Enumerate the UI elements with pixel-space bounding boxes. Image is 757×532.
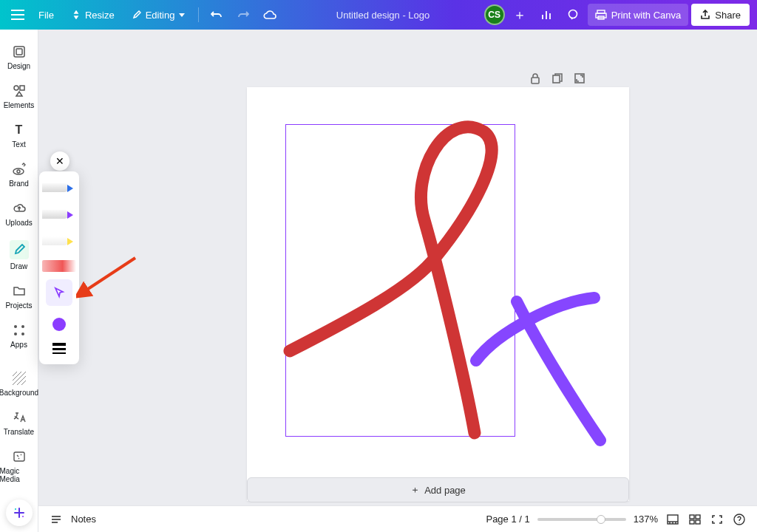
svg-line-24 (21, 381, 26, 385)
nav-text[interactable]: T Text (0, 118, 38, 156)
nav-background-label: Background (0, 389, 38, 397)
canvas-area: ＋ Add page (38, 30, 757, 532)
nav-magic-media[interactable]: Magic Media (0, 445, 38, 491)
avatar[interactable]: CS (484, 4, 505, 25)
svg-point-6 (568, 10, 577, 18)
fullscreen-icon[interactable] (710, 512, 724, 527)
svg-point-17 (21, 325, 24, 328)
duplicate-page-icon[interactable] (551, 72, 565, 86)
svg-point-31 (22, 516, 24, 517)
zoom-level[interactable]: 137% (634, 514, 658, 525)
highlighter-tool-yellow[interactable] (42, 231, 76, 253)
svg-rect-8 (596, 13, 606, 18)
pen-tool-blue[interactable] (42, 177, 76, 200)
add-member-button[interactable]: ＋ (508, 4, 532, 25)
svg-line-23 (17, 376, 26, 385)
nav-translate-label: Translate (4, 428, 34, 436)
zoom-slider[interactable] (537, 518, 626, 521)
editing-label: Editing (146, 10, 175, 21)
notes-icon[interactable] (49, 512, 64, 527)
stroke-color-picker[interactable] (52, 318, 66, 331)
expand-icon[interactable] (574, 72, 587, 86)
svg-rect-43 (696, 520, 700, 524)
svg-rect-40 (690, 515, 694, 519)
svg-rect-25 (14, 452, 24, 461)
drawing-purple-stroke (247, 87, 629, 501)
nav-projects[interactable]: Projects (0, 279, 38, 317)
close-draw-panel[interactable]: ✕ (50, 151, 69, 171)
design-page[interactable] (247, 87, 629, 501)
draw-tool-panel (39, 171, 79, 364)
nav-design[interactable]: Design (0, 40, 38, 78)
nav-draw[interactable]: Draw (0, 236, 38, 278)
svg-point-16 (14, 325, 17, 328)
svg-point-19 (21, 332, 24, 335)
nav-draw-label: Draw (10, 262, 27, 270)
svg-point-15 (17, 170, 20, 173)
svg-point-30 (15, 508, 16, 510)
marker-tool-purple[interactable] (42, 204, 76, 226)
analytics-button[interactable] (534, 4, 558, 25)
stroke-width-picker[interactable] (52, 343, 66, 354)
editing-menu[interactable]: Editing (125, 4, 193, 25)
nav-brand-label: Brand (9, 180, 29, 188)
nav-elements-label: Elements (4, 101, 35, 109)
svg-point-18 (14, 332, 17, 335)
bottom-bar: Notes Page 1 / 1 137% (38, 505, 757, 532)
nav-brand[interactable]: Brand (0, 157, 38, 195)
divider (198, 7, 199, 22)
nav-background[interactable]: Background (0, 366, 38, 404)
menu-button[interactable] (7, 4, 28, 25)
add-page-label: Add page (424, 485, 466, 496)
nav-uploads[interactable]: Uploads (0, 197, 38, 234)
svg-rect-27 (553, 75, 560, 83)
notes-button[interactable]: Notes (71, 514, 96, 525)
topbar: File Resize Editing Untitled design - Lo… (0, 0, 757, 30)
svg-point-14 (13, 168, 24, 174)
eraser-tool[interactable] (42, 260, 76, 272)
share-label: Share (715, 10, 741, 21)
comment-button[interactable] (561, 4, 585, 25)
print-button[interactable]: Print with Canva (588, 4, 689, 26)
file-menu[interactable]: File (31, 4, 61, 25)
cursor-select-tool[interactable] (46, 279, 72, 306)
nav-apps-label: Apps (10, 341, 27, 349)
nav-translate[interactable]: Translate (0, 406, 38, 443)
print-label: Print with Canva (611, 10, 682, 21)
plus-icon: ＋ (410, 483, 420, 497)
document-title[interactable]: Untitled design - Logo (336, 10, 430, 21)
left-nav: Design Elements T Text Brand Uploads Dra… (0, 30, 38, 532)
svg-line-21 (13, 372, 21, 381)
nav-elements[interactable]: Elements (0, 79, 38, 117)
nav-apps[interactable]: Apps (0, 318, 38, 356)
page-indicator[interactable]: Page 1 / 1 (486, 514, 529, 525)
help-icon[interactable] (732, 512, 747, 527)
magic-plus-button[interactable] (6, 499, 33, 526)
svg-rect-11 (16, 49, 22, 55)
share-button[interactable]: Share (691, 4, 750, 26)
nav-text-label: Text (12, 140, 25, 149)
svg-line-20 (13, 372, 17, 376)
svg-rect-13 (20, 86, 24, 90)
undo-button[interactable] (205, 4, 228, 25)
svg-point-12 (14, 86, 18, 90)
svg-rect-10 (14, 47, 24, 57)
lock-icon[interactable] (529, 72, 543, 86)
svg-rect-41 (696, 515, 700, 519)
cloud-sync-icon[interactable] (258, 4, 282, 25)
svg-rect-26 (532, 78, 539, 83)
add-page-button[interactable]: ＋ Add page (247, 477, 629, 502)
nav-magic-media-label: Magic Media (0, 467, 38, 483)
grid-view-icon[interactable] (665, 512, 680, 527)
canvas-toolbar (529, 72, 587, 86)
nav-design-label: Design (7, 62, 30, 70)
nav-uploads-label: Uploads (5, 219, 33, 227)
resize-button[interactable]: Resize (64, 4, 122, 25)
svg-rect-42 (690, 520, 694, 524)
thumbnail-view-icon[interactable] (688, 512, 702, 527)
nav-projects-label: Projects (5, 301, 32, 310)
redo-button[interactable] (231, 4, 255, 25)
resize-label: Resize (85, 10, 115, 21)
